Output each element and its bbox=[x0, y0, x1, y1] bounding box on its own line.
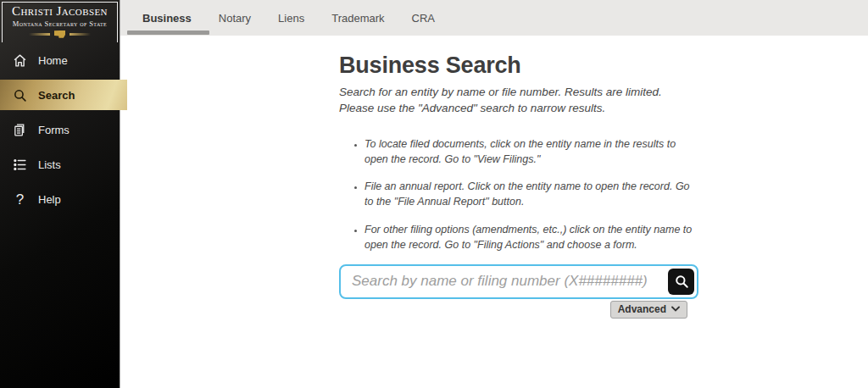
home-icon bbox=[13, 53, 27, 68]
sidebar-item-help[interactable]: ? Help bbox=[0, 182, 120, 217]
hint-item: For other filing options (amendments, et… bbox=[364, 222, 698, 252]
search-icon bbox=[13, 88, 27, 103]
sidebar-item-label: Search bbox=[38, 89, 75, 102]
tab-label: CRA bbox=[412, 12, 435, 25]
logo-subtitle: Montana Secretary of State bbox=[4, 19, 115, 28]
logo-name: Christi Jacobsen bbox=[4, 5, 115, 19]
ornament-line-left bbox=[29, 33, 50, 36]
tab-trademark[interactable]: Trademark bbox=[318, 0, 398, 36]
sidebar-item-lists[interactable]: Lists bbox=[0, 147, 120, 182]
sidebar-item-label: Forms bbox=[38, 124, 70, 136]
tab-label: Notary bbox=[219, 12, 251, 25]
sidebar: Christi Jacobsen Montana Secretary of St… bbox=[0, 0, 120, 388]
sidebar-item-forms[interactable]: Forms bbox=[0, 113, 120, 147]
tab-label: Business bbox=[142, 12, 192, 25]
hint-item: File an annual report. Click on the enti… bbox=[364, 179, 698, 209]
sidebar-item-label: Help bbox=[38, 193, 61, 206]
tab-business[interactable]: Business bbox=[129, 0, 205, 36]
hint-item: To locate filed documents, click on the … bbox=[364, 136, 698, 167]
tab-label: Liens bbox=[278, 12, 304, 25]
ornament-line-right bbox=[70, 33, 91, 36]
logo-ornament bbox=[4, 30, 115, 38]
active-tab-underline bbox=[127, 30, 209, 35]
search-bar bbox=[339, 264, 698, 299]
advanced-search-button[interactable]: Advanced bbox=[610, 301, 687, 319]
page-title: Business Search bbox=[339, 53, 698, 79]
advanced-label: Advanced bbox=[618, 303, 666, 315]
tab-cra[interactable]: CRA bbox=[398, 0, 448, 36]
top-tab-bar: Business Notary Liens Trademark CRA bbox=[120, 0, 868, 36]
hint-list: To locate filed documents, click on the … bbox=[339, 136, 698, 252]
magnifier-icon bbox=[674, 274, 689, 289]
advanced-row: Advanced bbox=[339, 301, 698, 319]
site-logo[interactable]: Christi Jacobsen Montana Secretary of St… bbox=[2, 2, 118, 42]
lists-icon bbox=[13, 158, 27, 172]
search-submit-button[interactable] bbox=[668, 269, 694, 295]
tab-liens[interactable]: Liens bbox=[264, 0, 318, 36]
chevron-down-icon bbox=[671, 306, 680, 312]
tab-label: Trademark bbox=[331, 12, 384, 25]
sidebar-item-label: Home bbox=[38, 54, 68, 67]
main-content: Business Search Search for an entity by … bbox=[121, 36, 868, 388]
sidebar-item-search[interactable]: Search bbox=[0, 80, 127, 110]
sidebar-item-label: Lists bbox=[38, 158, 61, 171]
sidebar-nav: Home Search Forms Lists ? Help bbox=[0, 43, 120, 217]
tab-notary[interactable]: Notary bbox=[205, 0, 264, 36]
page-description: Search for an entity by name or file num… bbox=[339, 84, 698, 116]
business-search-input[interactable] bbox=[339, 264, 698, 299]
sidebar-item-home[interactable]: Home bbox=[0, 43, 120, 78]
forms-icon bbox=[13, 123, 27, 137]
help-icon: ? bbox=[13, 192, 27, 207]
montana-state-icon bbox=[54, 30, 65, 38]
